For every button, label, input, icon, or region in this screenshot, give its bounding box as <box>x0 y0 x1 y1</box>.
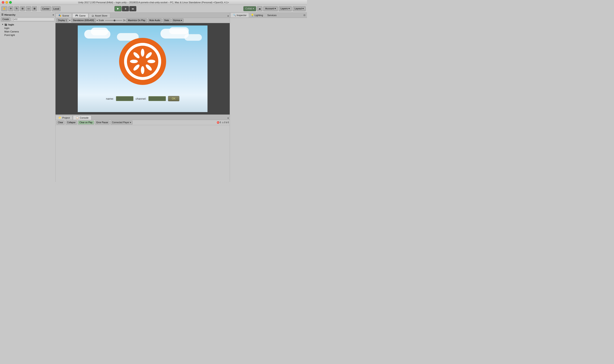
cloud-icon: ☁ <box>259 7 261 10</box>
center-area: 🎭 Scene 🎮 Game 🗂 Asset Store ≡ Display 1… <box>55 13 230 182</box>
svg-point-4 <box>141 49 144 57</box>
cloud-2 <box>91 28 108 35</box>
toolbar-sep-display: ▾ <box>69 19 70 22</box>
asset-store-tab[interactable]: 🗂 Asset Store <box>89 13 110 18</box>
scale-tool-button[interactable]: ⊞ <box>20 6 25 11</box>
right-toolbar: Collab ▾ ☁ Account ▾ Layers ▾ Layout ▾ <box>243 6 306 11</box>
console-tab-icon: 📋 <box>76 116 79 119</box>
window-controls <box>2 1 12 4</box>
connected-player-button[interactable]: Connected Player ▾ <box>110 121 133 125</box>
connected-player-label: Connected Player <box>112 121 129 124</box>
panel-options-icon[interactable]: ≡ <box>227 14 230 18</box>
title-bar: Unity 2017.2.0f3 Personal (64bit) – logi… <box>0 0 307 5</box>
hierarchy-toolbar: Create <box>0 17 55 22</box>
hierarchy-search[interactable] <box>11 18 54 21</box>
collab-button[interactable]: Collab ▾ <box>243 6 256 11</box>
center-button[interactable]: Center <box>41 6 51 11</box>
account-button[interactable]: Account ▾ <box>263 6 278 11</box>
svg-point-12 <box>139 58 146 65</box>
channel-label: channel: <box>136 97 146 100</box>
hierarchy-menu-icon[interactable]: ≡ <box>53 13 54 16</box>
svg-point-10 <box>130 60 138 63</box>
step-button[interactable]: ⏭ <box>129 6 136 11</box>
gizmos-button[interactable]: Gizmos ▾ <box>171 18 184 22</box>
hierarchy-item-login[interactable]: login <box>0 26 55 30</box>
right-panel: 🔍 Inspector 💡 Lighting Services ⊡ <box>230 13 307 182</box>
svg-point-6 <box>147 60 155 63</box>
item-label-login: login <box>4 27 9 29</box>
layers-button[interactable]: Layers ▾ <box>279 6 292 11</box>
scale-label: Scale <box>99 19 104 22</box>
stats-button[interactable]: Stats <box>163 18 171 22</box>
error-count: 0 <box>220 121 221 124</box>
connected-player-dropdown-icon: ▾ <box>130 121 131 124</box>
channel-input[interactable] <box>148 96 166 101</box>
bottom-panel-options[interactable]: ≡ <box>227 116 230 120</box>
scale-value: 2x <box>123 19 126 22</box>
warning-count: 0 <box>224 121 226 124</box>
hierarchy-item-pointlight[interactable]: Point light <box>0 33 55 37</box>
rotate-tool-button[interactable]: ↻ <box>14 6 19 11</box>
login-form: name: channel: OK <box>106 96 179 101</box>
hand-tool-button[interactable]: ✋ <box>1 6 7 11</box>
minimize-button[interactable] <box>5 1 8 4</box>
display-button[interactable]: Display 1 <box>56 18 68 22</box>
console-tab[interactable]: 📋 Console <box>73 115 91 120</box>
mute-audio-button[interactable]: Mute Audio <box>148 18 162 22</box>
warning-count-button[interactable]: ⚠ 0 <box>222 121 226 124</box>
game-tab[interactable]: 🎮 Game <box>72 13 88 18</box>
scene-icon: 🎬 <box>4 23 7 26</box>
bottom-section: 📁 Project 📋 Console ≡ Clear Collapse Cle… <box>55 115 230 182</box>
scene-name: login <box>8 23 14 26</box>
scene-tab-label: Scene <box>62 14 69 17</box>
inspector-tab[interactable]: 🔍 Inspector <box>231 13 249 17</box>
item-label-pointlight: Point light <box>4 34 15 36</box>
scale-slider-track[interactable] <box>105 20 122 21</box>
scene-tab[interactable]: 🎭 Scene <box>55 13 72 18</box>
hierarchy-item-maincamera[interactable]: Main Camera <box>0 30 55 33</box>
error-count-button[interactable]: ⛔ 0 <box>217 121 221 124</box>
project-tab-label: Project <box>62 117 70 119</box>
resolution-button[interactable]: Standalone (600x400) <box>71 18 96 22</box>
clear-button[interactable]: Clear <box>56 121 65 125</box>
play-controls: ▶ ⏸ ⏭ <box>115 6 136 11</box>
cloud-button[interactable]: ☁ <box>257 6 262 11</box>
bottom-tab-bar: 📁 Project 📋 Console ≡ <box>55 115 230 120</box>
collapse-triangle: ▼ <box>2 24 3 26</box>
console-tab-label: Console <box>80 117 88 119</box>
maximize-button[interactable] <box>9 1 12 4</box>
clear-on-play-button[interactable]: Clear on Play <box>78 121 94 125</box>
panel-resize-button[interactable]: ⊡ <box>303 13 306 17</box>
create-button[interactable]: Create <box>1 17 11 21</box>
pause-button[interactable]: ⏸ <box>122 6 129 11</box>
info-count-button[interactable]: ℹ 0 <box>226 121 229 124</box>
hierarchy-scene-root[interactable]: ▼ 🎬 login <box>0 23 55 26</box>
scale-slider-thumb[interactable] <box>114 20 115 21</box>
ok-button[interactable]: OK <box>168 96 179 101</box>
maximize-on-play-button[interactable]: Maximize On Play <box>126 18 147 22</box>
inspector-tab-label: Inspector <box>237 14 247 16</box>
close-button[interactable] <box>2 1 4 4</box>
game-tab-label: Game <box>79 14 86 17</box>
play-button[interactable]: ▶ <box>115 6 121 11</box>
right-panel-tabs: 🔍 Inspector 💡 Lighting Services ⊡ <box>230 13 307 18</box>
window-title: Unity 2017.2.0f3 Personal (64bit) – logi… <box>78 1 229 4</box>
lighting-tab[interactable]: 💡 Lighting <box>249 13 265 17</box>
hierarchy-panel: ☰ Hierarchy ≡ Create ▼ 🎬 login login Mai… <box>0 13 55 182</box>
local-button[interactable]: Local <box>52 6 61 11</box>
svg-point-8 <box>141 66 144 74</box>
error-pause-button[interactable]: Error Pause <box>95 121 109 125</box>
lighting-tab-icon: 💡 <box>251 14 254 16</box>
move-tool-button[interactable]: ✛ <box>8 6 13 11</box>
project-tab[interactable]: 📁 Project <box>55 115 73 120</box>
rect-tool-button[interactable]: ▭ <box>26 6 31 11</box>
top-tab-bar: 🎭 Scene 🎮 Game 🗂 Asset Store ≡ <box>55 13 230 18</box>
hierarchy-icon: ☰ <box>1 13 3 16</box>
hierarchy-title: Hierarchy <box>4 13 15 16</box>
collapse-button[interactable]: Collapse <box>65 121 77 125</box>
name-input[interactable] <box>116 96 133 101</box>
asset-store-tab-label: Asset Store <box>95 14 107 17</box>
layout-button[interactable]: Layout ▾ <box>293 6 306 11</box>
transform-tool-button[interactable]: ⊠ <box>32 6 37 11</box>
services-tab[interactable]: Services <box>265 13 279 17</box>
